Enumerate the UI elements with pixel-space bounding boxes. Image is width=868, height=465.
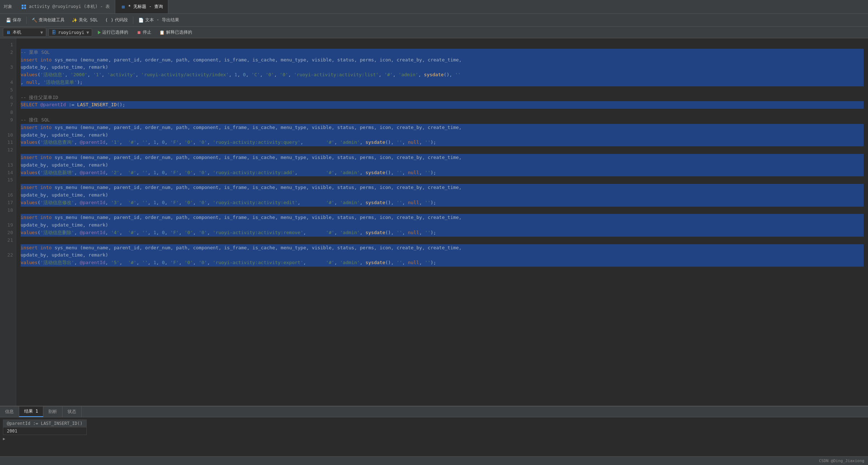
query-create-icon: 🔨: [32, 18, 37, 23]
code-line-12b: update_by, update_time, remark): [21, 162, 864, 169]
tab-result1[interactable]: 结果 1: [19, 406, 43, 417]
stop-icon: ⏹: [137, 30, 141, 35]
title-bar: 对象 activity @ruoyiruoyi (本机) - 表 ⊞ * 无标题…: [0, 0, 868, 14]
play-icon: [98, 31, 101, 34]
beautify-icon: ✨: [72, 18, 77, 23]
beautify-button[interactable]: ✨ 美化 SQL: [69, 16, 101, 25]
ln-8: 8: [0, 109, 16, 116]
snippet-button[interactable]: ( ) 代码段: [102, 16, 131, 25]
code-line-2b: update_by, update_time, remark): [21, 64, 864, 71]
snippet-label: 代码段: [115, 17, 128, 23]
result-content: @parentId := LAST_INSERT_ID() 2001 ▶: [0, 417, 868, 456]
ln-15b: [0, 184, 16, 191]
toolbar-sep-1: [26, 17, 27, 24]
code-editor[interactable]: 1 2 3 4 5 6 7 8 9 10 11 12 13 14 15: [0, 38, 868, 406]
run-selected-button[interactable]: 运行已选择的: [94, 28, 132, 37]
code-line-3: values('活动信息', '2000', '1', 'activity', …: [21, 71, 864, 79]
ln-2: 2: [0, 49, 16, 56]
objects-label: 对象: [4, 4, 12, 10]
code-line-20: [21, 237, 864, 244]
ln-1: 1: [0, 41, 16, 49]
beautify-label: 美化 SQL: [79, 17, 98, 23]
code-content[interactable]: -- 菜单 SQL insert into sys_menu (menu_nam…: [16, 38, 868, 406]
db-icon: 🗄: [52, 30, 56, 35]
database-selector[interactable]: 🗄 ruoyiruoyi ▼: [48, 29, 92, 36]
ln-10: 10: [0, 132, 16, 139]
tab-activity-table[interactable]: activity @ruoyiruoyi (本机) - 表: [16, 0, 115, 13]
code-line-19: values('活动信息删除', @parentId, '4', '#', ''…: [21, 229, 864, 237]
query-create-label: 查询创建工具: [39, 17, 65, 23]
ln-7: 7: [0, 101, 16, 109]
code-line-1: [21, 41, 864, 49]
save-icon: 💾: [6, 18, 11, 23]
db-dropdown-icon: ▼: [86, 30, 89, 35]
query-create-button[interactable]: 🔨 查询创建工具: [29, 16, 68, 25]
database-label: ruoyiruoyi: [58, 30, 84, 35]
toolbar: 💾 保存 🔨 查询创建工具 ✨ 美化 SQL ( ) 代码段 📄 文本 · 导出…: [0, 14, 868, 27]
code-line-18: insert into sys_menu (menu_name, parent_…: [21, 214, 864, 221]
query-icon: ⊞: [120, 4, 126, 10]
ln-11: 11: [0, 139, 16, 146]
tab-info-label: 信息: [5, 409, 14, 415]
code-line-6: SELECT @parentId := LAST_INSERT_ID();: [21, 101, 864, 109]
run-label: 运行已选择的: [102, 29, 128, 35]
tab-profile-label: 剖析: [48, 409, 57, 415]
ln-3: 3: [0, 64, 16, 71]
code-line-7: [21, 109, 864, 116]
ln-2b: [0, 56, 16, 64]
tab-activity-label: activity @ruoyiruoyi (本机) - 表: [29, 4, 110, 10]
result-header-row: @parentId := LAST_INSERT_ID(): [3, 420, 87, 427]
bottom-panel: 信息 结果 1 剖析 状态 @parentId := LAST_INSERT_I…: [0, 406, 868, 456]
tab-profile[interactable]: 剖析: [43, 406, 62, 417]
ln-9b: [0, 124, 16, 132]
tab-info[interactable]: 信息: [0, 406, 19, 417]
ln-4: 4: [0, 79, 16, 86]
code-line-8: -- 接住 SQL: [21, 116, 864, 124]
ln-9: 9: [0, 116, 16, 124]
ln-12: 12: [0, 146, 16, 154]
code-line-11: [21, 146, 864, 154]
tab-status[interactable]: 状态: [62, 406, 82, 417]
tab-query[interactable]: ⊞ * 无标题 - 查询: [115, 0, 168, 13]
ln-3b: [0, 71, 16, 79]
ln-18: 18: [0, 207, 16, 214]
result-arrow[interactable]: ▶: [3, 436, 5, 441]
ln-21: 21: [0, 237, 16, 244]
explain-label: 解释已选择的: [166, 29, 192, 35]
tab-status-label: 状态: [68, 409, 76, 415]
left-panel-label[interactable]: 对象: [0, 0, 16, 13]
code-line-5: -- 接住父菜单ID: [21, 94, 864, 102]
code-line-15b: update_by, update_time, remark): [21, 191, 864, 199]
code-line-12: insert into sys_menu (menu_name, parent_…: [21, 154, 864, 162]
grid-icon: [21, 4, 27, 10]
ln-12b: [0, 154, 16, 162]
ln-22: 22: [0, 251, 16, 259]
stop-button[interactable]: ⏹ 停止: [134, 28, 154, 37]
line-numbers: 1 2 3 4 5 6 7 8 9 10 11 12 13 14 15: [0, 38, 16, 406]
ln-17: 17: [0, 199, 16, 207]
code-line-21: insert into sys_menu (menu_name, parent_…: [21, 244, 864, 252]
ln-21b: [0, 244, 16, 252]
code-line-13: values('活动信息新增', @parentId, '2', '#', ''…: [21, 169, 864, 177]
host-selector[interactable]: 🖥 本机 ▼: [3, 28, 46, 37]
ln-14: 14: [0, 169, 16, 177]
stop-label: 停止: [143, 29, 151, 35]
code-comment-menu: -- 菜单 SQL: [21, 49, 864, 56]
toolbar-sep-2: [133, 17, 133, 24]
ln-15: 15: [0, 176, 16, 184]
save-label: 保存: [13, 17, 21, 23]
code-line-22: values('活动信息导出', @parentId, '5', '#', ''…: [21, 259, 864, 267]
code-line-10: values('活动信息查询', @parentId, '1', '#', ''…: [21, 139, 864, 146]
text-export-button[interactable]: 📄 文本 · 导出结果: [135, 16, 182, 25]
save-button[interactable]: 💾 保存: [3, 16, 24, 25]
result-data-row: 2001: [3, 427, 87, 435]
explain-button[interactable]: 📋 解释已选择的: [156, 28, 195, 37]
ln-20: 20: [0, 229, 16, 237]
result-value-cell: 2001: [3, 427, 87, 435]
code-line-4: [21, 86, 864, 94]
code-line-17: [21, 207, 864, 214]
code-line-2: insert into sys_menu (menu_name, parent_…: [21, 56, 864, 64]
tab-query-label: * 无标题 - 查询: [128, 4, 163, 10]
bottom-tabs: 信息 结果 1 剖析 状态: [0, 406, 868, 417]
explain-icon: 📋: [159, 30, 165, 35]
